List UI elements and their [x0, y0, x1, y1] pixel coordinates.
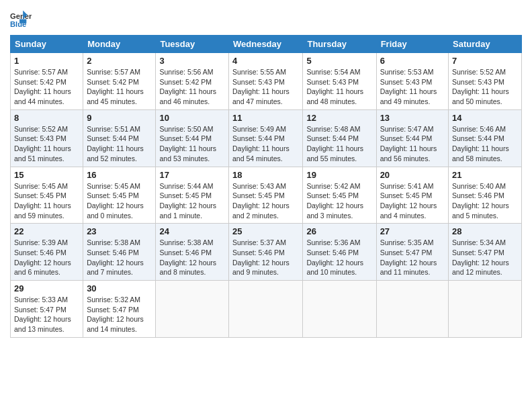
day-number: 13 — [380, 113, 445, 123]
day-info: Sunrise: 5:57 AM Sunset: 5:42 PM Dayligh… — [14, 67, 79, 107]
day-number: 18 — [232, 170, 299, 180]
day-number: 30 — [87, 283, 152, 293]
day-info: Sunrise: 5:43 AM Sunset: 5:45 PM Dayligh… — [232, 181, 299, 221]
day-number: 7 — [452, 56, 518, 66]
calendar-cell: 25Sunrise: 5:37 AM Sunset: 5:46 PM Dayli… — [229, 224, 303, 281]
day-number: 12 — [306, 113, 372, 123]
day-number: 11 — [232, 113, 299, 123]
day-info: Sunrise: 5:49 AM Sunset: 5:44 PM Dayligh… — [232, 124, 299, 164]
calendar-cell — [303, 281, 376, 338]
day-info: Sunrise: 5:55 AM Sunset: 5:43 PM Dayligh… — [232, 67, 299, 107]
calendar-cell — [449, 281, 522, 338]
day-info: Sunrise: 5:42 AM Sunset: 5:45 PM Dayligh… — [306, 181, 372, 221]
calendar-week-5: 29Sunrise: 5:33 AM Sunset: 5:47 PM Dayli… — [11, 281, 522, 338]
calendar-table: SundayMondayTuesdayWednesdayThursdayFrid… — [10, 35, 522, 338]
calendar-cell: 1Sunrise: 5:57 AM Sunset: 5:42 PM Daylig… — [11, 53, 83, 110]
day-info: Sunrise: 5:46 AM Sunset: 5:44 PM Dayligh… — [452, 124, 518, 164]
day-info: Sunrise: 5:37 AM Sunset: 5:46 PM Dayligh… — [232, 238, 299, 277]
calendar-cell: 28Sunrise: 5:34 AM Sunset: 5:47 PM Dayli… — [449, 224, 522, 281]
weekday-header-monday: Monday — [83, 36, 156, 53]
day-info: Sunrise: 5:56 AM Sunset: 5:42 PM Dayligh… — [159, 67, 225, 107]
calendar-cell — [229, 281, 303, 338]
day-info: Sunrise: 5:44 AM Sunset: 5:45 PM Dayligh… — [159, 181, 225, 221]
calendar-week-2: 8Sunrise: 5:52 AM Sunset: 5:43 PM Daylig… — [11, 109, 522, 167]
day-info: Sunrise: 5:38 AM Sunset: 5:46 PM Dayligh… — [159, 238, 225, 277]
day-number: 21 — [452, 170, 518, 180]
calendar-cell: 7Sunrise: 5:52 AM Sunset: 5:43 PM Daylig… — [449, 53, 522, 110]
day-number: 6 — [380, 56, 445, 66]
calendar-cell: 9Sunrise: 5:51 AM Sunset: 5:44 PM Daylig… — [83, 109, 156, 167]
calendar-cell: 3Sunrise: 5:56 AM Sunset: 5:42 PM Daylig… — [156, 53, 229, 110]
calendar-cell: 13Sunrise: 5:47 AM Sunset: 5:44 PM Dayli… — [376, 109, 448, 167]
calendar-cell: 16Sunrise: 5:45 AM Sunset: 5:45 PM Dayli… — [83, 167, 156, 224]
calendar-cell: 14Sunrise: 5:46 AM Sunset: 5:44 PM Dayli… — [449, 109, 522, 167]
calendar-cell: 5Sunrise: 5:54 AM Sunset: 5:43 PM Daylig… — [303, 53, 376, 110]
calendar-cell: 10Sunrise: 5:50 AM Sunset: 5:44 PM Dayli… — [156, 109, 229, 167]
day-number: 23 — [87, 226, 152, 236]
day-number: 20 — [380, 170, 445, 180]
day-info: Sunrise: 5:45 AM Sunset: 5:45 PM Dayligh… — [87, 181, 152, 221]
day-info: Sunrise: 5:41 AM Sunset: 5:45 PM Dayligh… — [380, 181, 445, 221]
calendar-cell: 27Sunrise: 5:35 AM Sunset: 5:47 PM Dayli… — [376, 224, 448, 281]
day-number: 26 — [306, 226, 372, 236]
calendar-cell — [376, 281, 448, 338]
day-number: 24 — [159, 226, 225, 236]
day-number: 2 — [87, 56, 152, 66]
calendar-cell: 29Sunrise: 5:33 AM Sunset: 5:47 PM Dayli… — [11, 281, 83, 338]
day-number: 5 — [306, 56, 372, 66]
day-number: 10 — [159, 113, 225, 123]
day-info: Sunrise: 5:52 AM Sunset: 5:43 PM Dayligh… — [452, 67, 518, 107]
calendar-cell: 18Sunrise: 5:43 AM Sunset: 5:45 PM Dayli… — [229, 167, 303, 224]
day-info: Sunrise: 5:48 AM Sunset: 5:44 PM Dayligh… — [306, 124, 372, 164]
calendar-cell: 21Sunrise: 5:40 AM Sunset: 5:46 PM Dayli… — [449, 167, 522, 224]
calendar-cell: 30Sunrise: 5:32 AM Sunset: 5:47 PM Dayli… — [83, 281, 156, 338]
weekday-header-tuesday: Tuesday — [156, 36, 229, 53]
day-info: Sunrise: 5:40 AM Sunset: 5:46 PM Dayligh… — [452, 181, 518, 221]
day-number: 9 — [87, 113, 152, 123]
day-number: 27 — [380, 226, 445, 236]
calendar-cell: 15Sunrise: 5:45 AM Sunset: 5:45 PM Dayli… — [11, 167, 83, 224]
day-number: 22 — [14, 226, 79, 236]
calendar-cell: 12Sunrise: 5:48 AM Sunset: 5:44 PM Dayli… — [303, 109, 376, 167]
calendar-cell: 8Sunrise: 5:52 AM Sunset: 5:43 PM Daylig… — [11, 109, 83, 167]
page-header: General Blue — [10, 7, 522, 31]
calendar-cell: 23Sunrise: 5:38 AM Sunset: 5:46 PM Dayli… — [83, 224, 156, 281]
day-number: 19 — [306, 170, 372, 180]
calendar-cell: 20Sunrise: 5:41 AM Sunset: 5:45 PM Dayli… — [376, 167, 448, 224]
calendar-cell: 24Sunrise: 5:38 AM Sunset: 5:46 PM Dayli… — [156, 224, 229, 281]
calendar-week-4: 22Sunrise: 5:39 AM Sunset: 5:46 PM Dayli… — [11, 224, 522, 281]
day-number: 16 — [87, 170, 152, 180]
weekday-header-wednesday: Wednesday — [229, 36, 303, 53]
day-info: Sunrise: 5:36 AM Sunset: 5:46 PM Dayligh… — [306, 238, 372, 277]
calendar-header-row: SundayMondayTuesdayWednesdayThursdayFrid… — [11, 36, 522, 53]
day-number: 8 — [14, 113, 79, 123]
weekday-header-friday: Friday — [376, 36, 448, 53]
day-info: Sunrise: 5:33 AM Sunset: 5:47 PM Dayligh… — [14, 295, 79, 334]
logo-icon: General Blue — [10, 9, 32, 31]
day-number: 28 — [452, 226, 518, 236]
day-number: 3 — [159, 56, 225, 66]
calendar-cell — [156, 281, 229, 338]
calendar-cell: 19Sunrise: 5:42 AM Sunset: 5:45 PM Dayli… — [303, 167, 376, 224]
day-info: Sunrise: 5:35 AM Sunset: 5:47 PM Dayligh… — [380, 238, 445, 277]
day-number: 14 — [452, 113, 518, 123]
day-info: Sunrise: 5:38 AM Sunset: 5:46 PM Dayligh… — [87, 238, 152, 277]
day-info: Sunrise: 5:39 AM Sunset: 5:46 PM Dayligh… — [14, 238, 79, 277]
calendar-cell: 17Sunrise: 5:44 AM Sunset: 5:45 PM Dayli… — [156, 167, 229, 224]
day-number: 15 — [14, 170, 79, 180]
weekday-header-saturday: Saturday — [449, 36, 522, 53]
calendar-cell: 4Sunrise: 5:55 AM Sunset: 5:43 PM Daylig… — [229, 53, 303, 110]
day-number: 4 — [232, 56, 299, 66]
day-info: Sunrise: 5:34 AM Sunset: 5:47 PM Dayligh… — [452, 238, 518, 277]
logo: General Blue — [10, 9, 34, 31]
calendar-cell: 11Sunrise: 5:49 AM Sunset: 5:44 PM Dayli… — [229, 109, 303, 167]
day-info: Sunrise: 5:54 AM Sunset: 5:43 PM Dayligh… — [306, 67, 372, 107]
day-info: Sunrise: 5:50 AM Sunset: 5:44 PM Dayligh… — [159, 124, 225, 164]
weekday-header-sunday: Sunday — [11, 36, 83, 53]
day-info: Sunrise: 5:57 AM Sunset: 5:42 PM Dayligh… — [87, 67, 152, 107]
calendar-cell: 26Sunrise: 5:36 AM Sunset: 5:46 PM Dayli… — [303, 224, 376, 281]
day-number: 29 — [14, 283, 79, 293]
calendar-week-1: 1Sunrise: 5:57 AM Sunset: 5:42 PM Daylig… — [11, 53, 522, 110]
day-info: Sunrise: 5:52 AM Sunset: 5:43 PM Dayligh… — [14, 124, 79, 164]
day-number: 17 — [159, 170, 225, 180]
